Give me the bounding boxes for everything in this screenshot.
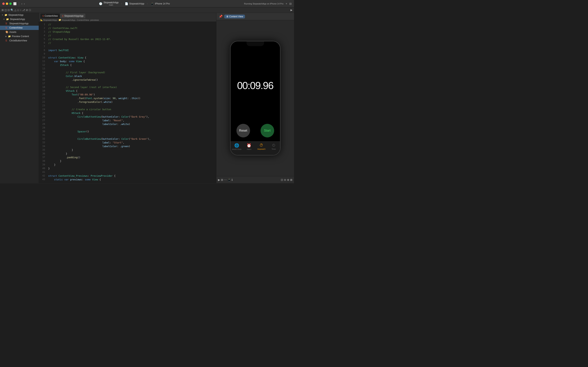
preview-header: 📌 🖥 Content View bbox=[216, 13, 294, 20]
code-line: Color.black bbox=[47, 74, 216, 78]
code-line: // bbox=[47, 23, 216, 26]
code-line: import SwiftUI bbox=[47, 48, 216, 52]
sidebar-item-preview-content[interactable]: ▶ 📁 Preview Content bbox=[0, 34, 39, 39]
code-line: .font(Font.system(size: 90, weight: .thi… bbox=[47, 96, 216, 100]
sidebar-item-root[interactable]: ▼ 📁 StopwatchApp bbox=[0, 13, 39, 17]
status-bar: ▶ StopwatchApp ⎇ △ 35 characters bbox=[0, 183, 294, 184]
toolbar-shape-icon[interactable]: ⬡ bbox=[29, 8, 31, 11]
tab-stopwatch-label: StopwatchAppApp bbox=[64, 15, 84, 17]
code-line: // bbox=[47, 41, 216, 45]
toolbar-search-icon[interactable]: 🔍 bbox=[10, 8, 14, 11]
code-line: } bbox=[47, 163, 216, 167]
tab-contentview-label: ContentView bbox=[44, 15, 58, 17]
code-line: // First layer (background) bbox=[47, 71, 216, 74]
code-line bbox=[47, 67, 216, 71]
title-sep2: › bbox=[147, 2, 148, 5]
toolbar-structure-icon[interactable]: ⊞ bbox=[1, 8, 4, 11]
breadcrumb-sep1: › bbox=[57, 19, 58, 21]
code-line: .ignoresSafeArea() bbox=[47, 78, 216, 82]
app-title: StopwatchApp main bbox=[103, 1, 118, 6]
iphone-tab-worldclock[interactable]: 🌐 World Clock bbox=[231, 143, 243, 150]
sidebar-item-assets[interactable]: 🎨 Assets bbox=[0, 30, 39, 34]
worldclock-icon: 🌐 bbox=[234, 143, 239, 148]
preview-panel: 📌 🖥 Content View 00:09.96 Reset St bbox=[216, 13, 294, 183]
code-line: static var previews: some View { bbox=[47, 178, 216, 181]
code-line: .padding() bbox=[47, 156, 216, 159]
swift-file-icon: S bbox=[5, 39, 8, 42]
code-line: // ContentView.swift bbox=[47, 26, 216, 30]
start-button[interactable]: Start bbox=[260, 124, 274, 137]
sidebar-item-appapp[interactable]: S StopwatchAppApp bbox=[0, 21, 39, 26]
code-line bbox=[47, 52, 216, 56]
breadcrumb-sep3: › bbox=[89, 19, 90, 21]
iphone-tab-timer[interactable]: ⏲ Timer bbox=[268, 143, 280, 150]
editor-area: S ContentView S StopwatchAppApp 📐 Stopwa… bbox=[39, 13, 216, 183]
toolbar-circle-icon[interactable]: ○ bbox=[20, 8, 21, 11]
zoom-fit-icon[interactable]: ⊡ bbox=[281, 178, 283, 181]
code-line bbox=[47, 82, 216, 85]
grid-icon[interactable]: ⊞ bbox=[221, 178, 223, 181]
preview-title-button[interactable]: 🖥 Content View bbox=[224, 15, 245, 18]
code-line: // bbox=[47, 34, 216, 37]
iphone-frame: 00:09.96 Reset Start 🌐 World Clock bbox=[230, 41, 281, 156]
sidebar-preview-label: Preview Content bbox=[12, 35, 29, 38]
toolbar-grid-icon[interactable]: ⊡ bbox=[8, 8, 10, 11]
code-area[interactable]: // // ContentView.swift // StopwatchApp … bbox=[47, 22, 216, 183]
info-icon[interactable]: ℹ bbox=[232, 178, 233, 181]
sidebar-item-circlebuttonview[interactable]: S CircleButtonView bbox=[0, 39, 39, 43]
navigate-forward-icon[interactable]: › bbox=[24, 2, 25, 5]
code-line: // StopwatchApp bbox=[47, 30, 216, 34]
breadcrumb-sep2: › bbox=[76, 19, 77, 21]
code-line: labelColor: .green) bbox=[47, 144, 216, 148]
tab-stopwatchappapp[interactable]: S StopwatchAppApp bbox=[60, 14, 85, 18]
toolbar-run-icon[interactable]: ▶ bbox=[291, 8, 293, 11]
add-tab-icon[interactable]: ＋ bbox=[285, 2, 288, 5]
tab-contentview[interactable]: S ContentView bbox=[41, 14, 60, 18]
device-icon[interactable]: 📱 bbox=[227, 178, 231, 181]
play-icon[interactable]: ▶ bbox=[218, 178, 220, 181]
toolbar-diamond-icon[interactable]: ◇ bbox=[17, 8, 19, 11]
sidebar-toggle-icon[interactable]: ⬜ bbox=[13, 2, 17, 5]
code-line: // Second layer (rest of interface) bbox=[47, 85, 216, 89]
close-button[interactable] bbox=[2, 2, 5, 5]
code-line: labelColor: .white) bbox=[47, 122, 216, 126]
code-line bbox=[47, 170, 216, 174]
iphone-tab-alarm[interactable]: ⏰ Alarm bbox=[243, 143, 255, 150]
iphone-tab-stopwatch[interactable]: ⏱ Stopwatch bbox=[255, 143, 268, 150]
minimize-button[interactable] bbox=[6, 2, 8, 5]
device-icon: 📱 bbox=[151, 2, 154, 5]
sidebar-item-contentview[interactable]: S ContentView bbox=[0, 26, 39, 30]
stopwatch-time: 00:09.96 bbox=[237, 80, 273, 91]
sidebar-item-app-folder[interactable]: ▼ 📁 StopwatchApp bbox=[0, 17, 39, 21]
toolbar-layout-icon[interactable]: ◫ bbox=[4, 8, 7, 11]
zoom-out-icon[interactable]: ⊖ bbox=[284, 178, 286, 181]
chevron-right-icon: ▶ bbox=[5, 35, 7, 37]
code-line bbox=[47, 104, 216, 108]
breadcrumb-3: ContentView bbox=[77, 19, 89, 21]
sidebar-assets-label: Assets bbox=[9, 31, 16, 33]
reset-button[interactable]: Reset bbox=[236, 124, 250, 137]
timer-icon: ⏲ bbox=[272, 143, 276, 148]
tabs-row: S ContentView S StopwatchAppApp bbox=[39, 13, 216, 18]
editor-top: S ContentView S StopwatchAppApp 📐 Stopwa… bbox=[39, 13, 216, 22]
toolbar-warn-icon[interactable]: △ bbox=[14, 8, 16, 11]
zoom-in-icon[interactable]: ⊕ bbox=[287, 178, 289, 181]
code-line: var body: some View { bbox=[47, 59, 216, 63]
toolbar-branch-icon[interactable]: ⎇ bbox=[22, 8, 25, 11]
timer-label: Timer bbox=[271, 148, 276, 150]
apps-icon[interactable]: ⋯ bbox=[224, 178, 227, 181]
toolbar-bookmark-icon[interactable]: ⊘ bbox=[26, 8, 28, 11]
split-view-icon[interactable]: ⊟ bbox=[289, 2, 292, 5]
code-line bbox=[47, 126, 216, 130]
title-bar-right: ＋ ⊟ bbox=[285, 2, 292, 5]
code-line: // Create a circular button bbox=[47, 108, 216, 111]
code-line: HStack { bbox=[47, 111, 216, 115]
code-line: } bbox=[47, 167, 216, 170]
zoom-reset-icon[interactable]: ⊠ bbox=[290, 178, 293, 181]
folder-icon: 📁 bbox=[8, 35, 11, 38]
navigate-back-icon[interactable]: ‹ bbox=[21, 2, 22, 5]
title-bar: ⬜ ‹ › 🕐 StopwatchApp main › 📄 StopwatchA… bbox=[0, 0, 294, 7]
fullscreen-button[interactable] bbox=[9, 2, 12, 5]
breadcrumb: 📐 StopwatchApp › 📁 StopwatchApp › Conten… bbox=[39, 18, 216, 22]
pin-icon: 📌 bbox=[219, 15, 223, 18]
